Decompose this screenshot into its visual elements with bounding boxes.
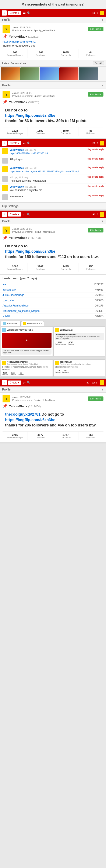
profile-user-row-4: Y Joined 2022-06-01 Previous username: F… <box>3 226 103 234</box>
reply-action-4[interactable]: reply <box>99 176 104 178</box>
profile-user-info-2: Joined 2022-06-01 Previous username: Spo… <box>12 92 86 97</box>
notif-badge: 9056 <box>91 381 98 384</box>
comment-meta-5: M 0 ups, 2d <box>25 186 36 188</box>
delete-action-4[interactable]: delete <box>92 176 98 178</box>
delete-action-5[interactable]: delete <box>92 185 98 187</box>
delete-action-1[interactable]: delete <box>92 148 98 151</box>
comment-body-5: yellowblack M 0 ups, 2d You sound like a… <box>10 185 86 192</box>
mail-icon-2[interactable]: ✉ <box>93 142 95 145</box>
lb-name-0[interactable]: Iceu <box>3 283 7 286</box>
comment-actions-6: flag delete reply <box>88 194 104 197</box>
thumbnail-2 <box>20 67 40 80</box>
comment-user-3[interactable]: yellowblack <box>10 166 24 169</box>
search-icon-3[interactable]: 🔍 <box>27 213 31 216</box>
thumbnail-4 <box>59 67 78 80</box>
inner-username-5a: YellowBlack (named) <box>7 361 38 363</box>
delete-action-6[interactable]: delete <box>92 194 98 197</box>
comment-row-3: yellowblack M 0 ups, <1h https://web.arc… <box>0 165 106 175</box>
comment-meta-1: M 0 ups, 2d <box>25 149 36 151</box>
lb-name-1[interactable]: YellowBlack <box>3 288 16 291</box>
lb-name-4[interactable]: AquariusFromYouTube <box>3 304 29 307</box>
flag-action-6[interactable]: flag <box>88 194 91 197</box>
lb-name-6[interactable]: subAtlf <box>3 315 10 318</box>
inner-username-5b: YellowBlack <box>60 361 91 363</box>
shuffle-icon-3[interactable]: ⇄ <box>23 213 25 216</box>
inner-username-right: YellowBlack <box>60 329 73 331</box>
mail-icon-3[interactable]: ✉ <box>93 213 95 216</box>
inner-panels-row: AquariusFromYouTube 🕷 Are you sure much … <box>1 327 105 356</box>
profile-joined-2: Joined 2022-06-01 <box>12 92 86 94</box>
shuffle-icon-2[interactable]: ⇄ <box>23 142 25 145</box>
comment-user-5[interactable]: yellowblack <box>10 185 24 188</box>
profile-prev-1: Previous username: Spooky_YellowBlack <box>12 29 86 32</box>
comment-actions-5: flag delete reply <box>88 185 104 187</box>
comment-user-1[interactable]: yellowblack <box>10 149 24 151</box>
tabs-row: AquariusFr... YellowBlack × × <box>1 321 105 326</box>
spiderman-image: 🕷 <box>2 333 52 348</box>
lb-name-3[interactable]: I_am_shep <box>3 299 15 302</box>
profile-bar-6: Profile ▼ <box>0 386 106 393</box>
shuffle-icon-4[interactable]: ⇄ <box>23 381 25 384</box>
site-logo-4: i <box>2 380 7 385</box>
flag-action-1[interactable]: flag <box>88 148 91 151</box>
profile-content-2: Y Joined 2022-06-01 Previous username: S… <box>0 89 106 138</box>
nav-bar-2: i Create ▾ ⇄ 🔍 ✉ 0 <box>0 139 106 147</box>
delete-action-2[interactable]: delete <box>92 158 98 160</box>
delete-action-3[interactable]: delete <box>92 166 98 169</box>
tabs-area: AquariusFr... YellowBlack × × AquariusFr… <box>0 320 106 359</box>
stat-comments-1: 1695 Comments <box>53 49 78 58</box>
comment-body-4: M 1 ups, 3d, 1 reply "help iceu bully me… <box>10 176 86 182</box>
edit-profile-button-6[interactable]: Edit Profile <box>88 397 103 401</box>
lb-name-5[interactable]: TiffBmenecz_da_Insane_Droppa <box>3 309 40 312</box>
inner-user-row-left: AquariusFromYouTube <box>2 328 52 332</box>
mail-icon-4[interactable]: ✉ <box>87 381 89 384</box>
create-button[interactable]: Create ▾ <box>8 11 21 15</box>
reply-action-3[interactable]: reply <box>99 166 104 169</box>
flag-action-3[interactable]: flag <box>88 166 91 169</box>
search-icon-2[interactable]: 🔍 <box>27 142 31 145</box>
page-title: My screenshots of the past (memories) <box>0 0 106 9</box>
lb-num-5: 162511 <box>95 309 103 312</box>
comment-link-1[interactable]: nepr-166946256?#com22361330 link <box>10 152 48 155</box>
create-button-4[interactable]: Create ▾ <box>8 380 21 385</box>
tab-yellowblack[interactable]: YellowBlack × × <box>21 321 44 326</box>
mail-icon[interactable]: ✉ <box>93 11 95 15</box>
lb-name-2[interactable]: JustaCheemsDoge <box>3 293 24 297</box>
edit-profile-button-2[interactable]: Edit Profile <box>88 92 103 97</box>
flip-settings-bar: Flip Settings <box>0 203 106 209</box>
close-icon[interactable]: × <box>41 322 42 325</box>
edit-profile-button-4[interactable]: Edit Profile <box>88 228 103 232</box>
search-icon[interactable]: 🔍 <box>27 11 31 15</box>
site-logo-2: i <box>2 141 7 146</box>
profile-link-1[interactable]: https://imgflip.com/i/6yxsn1 <box>3 40 103 43</box>
flag-action-4[interactable]: flag <box>88 176 91 178</box>
nav-right-2: ✉ 0 <box>93 141 104 146</box>
lb-num-1: 491633 <box>95 288 103 291</box>
comment-link-3[interactable]: https://web.archive.org/web/202211270427… <box>10 170 79 173</box>
shuffle-icon[interactable]: ⇄ <box>23 11 25 15</box>
flag-action-5[interactable]: flag <box>88 185 91 187</box>
create-button-2[interactable]: Create ▾ <box>8 141 21 145</box>
flag-action-2[interactable]: flag <box>88 158 91 160</box>
nav-bar-4: i Create ▾ ⇄ 🔍 ✉ 9056 <box>0 379 106 386</box>
inner-text-5a: Do not go to https://imgflip.com/i/6zh3b… <box>2 366 52 371</box>
reply-action-1[interactable]: reply <box>99 148 104 151</box>
reply-action-6[interactable]: reply <box>99 194 104 197</box>
create-button-3[interactable]: Create ▾ <box>8 212 21 217</box>
warning-text-2: Do not go to https://imgflip.com/i/6zh3b… <box>3 105 103 126</box>
leaderboard-title: Leaderboard (past 7 days) <box>0 275 106 282</box>
reply-action-5[interactable]: reply <box>99 185 104 187</box>
search-icon-4[interactable]: 🔍 <box>27 381 31 384</box>
tab-aquarius[interactable]: AquariusFr... <box>1 321 20 326</box>
comment-text-2: TF going on <box>10 158 86 161</box>
inner-stats-right: 2385 Featured Images 3767 Creations <box>55 341 104 345</box>
see-all-button[interactable]: See All <box>93 61 104 65</box>
edit-profile-button-1[interactable]: Edit Profile <box>88 27 103 31</box>
comment-avatar-4 <box>2 176 8 182</box>
leaderboard-row-1: YellowBlack 491633 <box>0 287 106 292</box>
svg-text:Y: Y <box>5 229 7 232</box>
reply-action-2[interactable]: reply <box>99 158 104 160</box>
tab-label-aquarius: AquariusFr... <box>7 322 19 325</box>
comment-avatar-5 <box>2 185 8 191</box>
comment-row-4: M 1 ups, 3d, 1 reply "help iceu bully me… <box>0 175 106 184</box>
